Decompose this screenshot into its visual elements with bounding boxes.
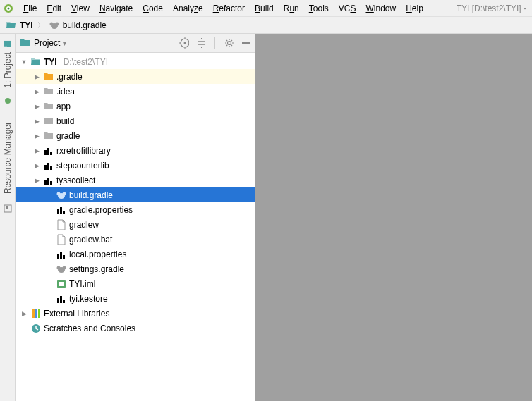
gradle-icon	[49, 20, 60, 31]
breadcrumb-file[interactable]: build.gradle	[49, 20, 107, 31]
chevron-down-icon: ▾	[63, 39, 66, 47]
chevron-right-icon[interactable]: ▶	[32, 73, 41, 80]
status-dot-icon	[5, 98, 11, 104]
file-icon	[56, 219, 67, 230]
scratches-icon	[30, 323, 42, 334]
keystore-icon	[56, 293, 67, 304]
menu-window[interactable]: Window	[361, 2, 401, 15]
breadcrumb-separator-icon: 〉	[37, 20, 44, 30]
menu-help[interactable]: Help	[401, 2, 428, 15]
svg-point-17	[8, 7, 10, 9]
settings-button[interactable]	[224, 38, 234, 48]
menu-bar: File Edit View Navigate Code Analyze Ref…	[0, 0, 532, 17]
breadcrumb-root[interactable]: TYI	[6, 20, 33, 31]
menu-build[interactable]: Build	[250, 2, 279, 15]
project-view-icon	[20, 37, 31, 49]
chevron-down-icon[interactable]: ▼	[20, 58, 28, 66]
project-folder-icon	[30, 56, 42, 68]
menu-navigate[interactable]: Navigate	[95, 2, 138, 15]
tree-node-gradle-properties[interactable]: gradle.properties	[16, 202, 255, 217]
library-icon	[30, 308, 42, 319]
folder-icon	[43, 101, 54, 112]
menu-analyze[interactable]: Analyze	[168, 2, 208, 15]
iml-icon	[56, 278, 67, 290]
properties-icon	[56, 249, 67, 260]
menu-view[interactable]: View	[66, 2, 95, 15]
chevron-right-icon[interactable]: ▶	[20, 310, 28, 317]
work-area: 1: Project Resource Manager Project ▾	[0, 34, 532, 401]
tree-node-settings-gradle[interactable]: settings.gradle	[16, 261, 255, 276]
tree-node-rxretrofitlibrary[interactable]: ▶ rxretrofitlibrary	[16, 143, 255, 158]
chevron-right-icon[interactable]: ▶	[32, 118, 41, 125]
tree-node-stepcounterlib[interactable]: ▶ stepcounterlib	[16, 158, 255, 173]
tree-node-gradlew-bat[interactable]: gradlew.bat	[16, 232, 255, 247]
tool-tab-resource-manager[interactable]: Resource Manager	[1, 115, 14, 201]
module-icon	[43, 145, 54, 156]
hide-button[interactable]	[241, 38, 250, 48]
folder-icon	[43, 71, 54, 82]
menu-edit[interactable]: Edit	[42, 2, 66, 15]
tree-node-gradle-dir[interactable]: ▶ .gradle	[16, 69, 255, 84]
tool-tab-project[interactable]: 1: Project	[1, 34, 14, 95]
project-view-selector[interactable]: Project ▾	[20, 37, 175, 49]
properties-icon	[56, 204, 67, 216]
divider	[214, 37, 215, 49]
tree-node-build-gradle[interactable]: build.gradle	[16, 187, 255, 202]
tree-node-tyi-kestore[interactable]: tyi.kestore	[16, 291, 255, 306]
breadcrumb: TYI 〉 build.gradle	[0, 17, 532, 34]
svg-rect-19	[6, 206, 8, 209]
project-tool-window: Project ▾ ▼ TYI D:\test2\TYI ▶	[16, 34, 255, 401]
tree-node-build[interactable]: ▶ build	[16, 113, 255, 128]
collapse-all-button[interactable]	[196, 38, 206, 48]
file-icon	[56, 234, 67, 245]
module-icon	[43, 160, 54, 171]
left-tool-gutter: 1: Project Resource Manager	[0, 34, 16, 401]
locate-button[interactable]	[179, 38, 189, 48]
project-folder-icon	[6, 20, 17, 31]
menu-refactor[interactable]: Refactor	[208, 2, 250, 15]
tree-node-app[interactable]: ▶ app	[16, 99, 255, 113]
project-tab-icon	[4, 41, 12, 49]
gradle-icon	[56, 264, 67, 275]
tree-node-idea-dir[interactable]: ▶ .idea	[16, 84, 255, 99]
tree-node-gradle-folder[interactable]: ▶ gradle	[16, 128, 255, 143]
chevron-right-icon[interactable]: ▶	[32, 88, 41, 95]
folder-icon	[43, 86, 54, 97]
project-tree[interactable]: ▼ TYI D:\test2\TYI ▶ .gradle ▶ .idea ▶ a…	[16, 53, 255, 401]
tree-project-root[interactable]: ▼ TYI D:\test2\TYI	[16, 54, 255, 69]
tree-node-local-properties[interactable]: local.properties	[16, 247, 255, 261]
gradle-icon	[56, 190, 67, 201]
app-logo-icon	[3, 3, 14, 14]
tree-scratches[interactable]: Scratches and Consoles	[16, 321, 255, 335]
tree-external-libraries[interactable]: ▶ External Libraries	[16, 306, 255, 321]
tree-node-gradlew[interactable]: gradlew	[16, 217, 255, 232]
module-icon	[43, 175, 54, 186]
folder-icon	[43, 130, 54, 142]
menu-code[interactable]: Code	[138, 2, 168, 15]
chevron-right-icon[interactable]: ▶	[32, 177, 41, 184]
editor-area	[255, 34, 532, 401]
project-panel-header: Project ▾	[16, 34, 255, 53]
menu-file[interactable]: File	[18, 2, 42, 15]
menu-vcs[interactable]: VCS	[334, 2, 361, 15]
menu-tools[interactable]: Tools	[304, 2, 334, 15]
tree-node-tysscollect[interactable]: ▶ tysscollect	[16, 173, 255, 187]
window-title: TYI [D:\test2\TYI] -	[457, 4, 529, 13]
chevron-right-icon[interactable]: ▶	[32, 162, 41, 169]
chevron-right-icon[interactable]: ▶	[32, 132, 41, 140]
menu-run[interactable]: Run	[279, 2, 304, 15]
folder-icon	[43, 116, 54, 127]
resource-manager-icon	[3, 204, 13, 214]
chevron-right-icon[interactable]: ▶	[32, 103, 41, 110]
chevron-right-icon[interactable]: ▶	[32, 147, 41, 154]
tree-node-tyi-iml[interactable]: TYI.iml	[16, 276, 255, 291]
